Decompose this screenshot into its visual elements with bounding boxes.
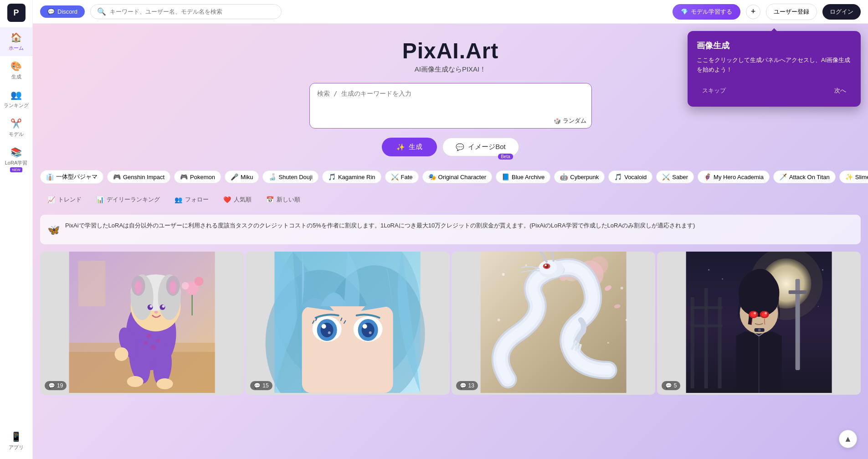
image-card-1[interactable]: 💬 19 <box>40 252 244 395</box>
svg-rect-78 <box>690 325 722 327</box>
svg-rect-31 <box>78 261 106 306</box>
tooltip-actions: スキップ 次へ <box>697 84 852 98</box>
scroll-top-button[interactable]: ▲ <box>839 430 857 448</box>
model-learning-button[interactable]: 💎 モデル学習する <box>673 4 740 20</box>
plus-button[interactable]: + <box>746 5 760 19</box>
new-badge: NEW <box>10 167 22 172</box>
tag-slime[interactable]: ✨ Slime <box>839 170 868 183</box>
svg-point-21 <box>169 281 177 294</box>
tooltip-next-button[interactable]: 次へ <box>829 84 852 98</box>
tag-pokemon[interactable]: 🎮 Pokemon <box>174 170 221 183</box>
lora-icon: 📚 <box>10 147 22 158</box>
svg-point-20 <box>135 281 142 294</box>
tooltip-description: ここをクリックして生成パネルへアクセスし、AI画像生成を始めよう！ <box>697 56 852 75</box>
home-icon: 🏠 <box>10 32 22 43</box>
sidebar-item-home[interactable]: 🏠 ホーム <box>0 27 32 56</box>
svg-point-25 <box>162 305 165 308</box>
shuten-icon: 🍶 <box>268 173 276 181</box>
svg-point-91 <box>708 269 709 271</box>
main-content: 💬 Discord 🔍 💎 モデル学習する + ユーザー登録 ログイン 画像生成… <box>33 0 868 459</box>
tag-vocaloid[interactable]: 🎵 Vocaloid <box>608 170 652 183</box>
trend-icon: 📈 <box>47 196 55 203</box>
cyberpunk-icon: 🤖 <box>560 173 568 181</box>
comment-badge-3: 💬 13 <box>456 381 478 390</box>
follow-icon: 👥 <box>175 196 182 203</box>
fate-icon: ⚔️ <box>391 173 399 181</box>
slime-icon: ✨ <box>845 173 853 181</box>
random-button[interactable]: 🎲 ランダム <box>554 117 586 125</box>
svg-rect-74 <box>690 297 694 388</box>
search-icon: 🔍 <box>97 7 106 16</box>
tab-daily[interactable]: 📊 デイリーランキング <box>89 192 167 207</box>
tag-saber[interactable]: ⚔️ Saber <box>656 170 694 183</box>
info-text: PixAiで学習したLoRAは自分以外のユーザーに利用される度該当タスクのクレジ… <box>65 221 695 231</box>
image-card-4[interactable]: 💬 5 <box>657 252 861 395</box>
login-button[interactable]: ログイン <box>822 4 861 20</box>
tab-follow[interactable]: 👥 フォロー <box>167 192 216 207</box>
tooltip-skip-button[interactable]: スキップ <box>697 84 731 98</box>
tag-attackon[interactable]: 🗡️ Attack On Titan <box>773 170 836 183</box>
svg-point-10 <box>127 376 144 387</box>
tag-shuten[interactable]: 🍶 Shuten Douji <box>262 170 318 183</box>
ranking-icon: 👥 <box>10 89 22 100</box>
search-input[interactable] <box>110 8 275 15</box>
comment-badge-1: 💬 19 <box>45 381 67 390</box>
comment-count-2: 15 <box>262 382 268 389</box>
sidebar-label-lora: LoRA学習 <box>5 160 28 166</box>
generate-button[interactable]: ✨ 生成 <box>382 138 437 156</box>
svg-rect-75 <box>704 288 708 388</box>
saber-icon: ⚔️ <box>662 173 670 181</box>
svg-rect-36 <box>302 306 393 393</box>
svg-point-66 <box>525 264 527 266</box>
sidebar-label-model: モデル <box>9 131 24 138</box>
pokemon-icon: 🎮 <box>180 173 188 181</box>
tag-kagamine[interactable]: 🎵 Kagamine Rin <box>322 170 381 183</box>
popular-icon: ❤️ <box>223 196 231 203</box>
tag-genshin[interactable]: 🎮 Genshin Impact <box>107 170 170 183</box>
svg-point-5 <box>182 282 189 289</box>
tag-miku[interactable]: 🎤 Miku <box>225 170 259 183</box>
logo-letter: P <box>13 8 19 18</box>
tab-trend[interactable]: 📈 トレンド <box>40 192 89 207</box>
prompt-input[interactable] <box>309 83 592 129</box>
tab-popular[interactable]: ❤️ 人気順 <box>216 192 259 207</box>
svg-point-68 <box>607 342 609 344</box>
new-icon: 📅 <box>266 196 274 203</box>
tag-pajama[interactable]: 👔 一体型パジャマ <box>40 170 103 184</box>
svg-point-46 <box>369 331 372 334</box>
image-card-2[interactable]: 💬 15 <box>246 252 449 395</box>
tab-new[interactable]: 📅 新しい順 <box>259 192 308 207</box>
svg-point-94 <box>817 306 818 307</box>
svg-point-87 <box>754 312 756 315</box>
app-title: PixAI.Art <box>402 38 499 63</box>
tag-fate[interactable]: ⚔️ Fate <box>385 170 419 183</box>
tag-cyberpunk[interactable]: 🤖 Cyberpunk <box>554 170 605 183</box>
svg-point-11 <box>157 378 173 389</box>
svg-point-93 <box>822 269 823 271</box>
sidebar: P 🏠 ホーム 🎨 生成 👥 ランキング ✂️ モデル 📚 LoRA学習 NEW… <box>0 0 33 459</box>
comment-count-1: 19 <box>57 382 63 389</box>
svg-point-69 <box>497 319 500 321</box>
image-card-3[interactable]: 💬 13 <box>452 252 655 395</box>
svg-point-4 <box>195 277 204 286</box>
imagebot-button[interactable]: 💬 イメージBot Beta <box>442 138 519 156</box>
tag-original[interactable]: 🎭 Original Character <box>422 170 493 183</box>
tag-myhero[interactable]: 🦸 My Hero Academia <box>698 170 770 183</box>
comment-badge-4: 💬 5 <box>662 381 681 390</box>
sidebar-item-generate[interactable]: 🎨 生成 <box>0 56 32 85</box>
register-button[interactable]: ユーザー登録 <box>766 4 817 20</box>
tag-bluearchive[interactable]: 📘 Blue Archive <box>496 170 550 183</box>
sidebar-item-app[interactable]: 📱 アプリ <box>0 427 32 455</box>
sidebar-item-ranking[interactable]: 👥 ランキング <box>0 85 32 113</box>
bluearchive-icon: 📘 <box>502 173 509 181</box>
svg-point-64 <box>544 264 546 266</box>
image-grid: 💬 19 <box>33 248 868 402</box>
discord-button[interactable]: 💬 Discord <box>40 5 85 18</box>
svg-point-24 <box>150 305 153 308</box>
generate-icon: 🎨 <box>10 61 22 72</box>
prompt-container: 🎲 ランダム <box>309 83 592 130</box>
sidebar-label-generate: 生成 <box>11 73 21 80</box>
sidebar-item-lora[interactable]: 📚 LoRA学習 NEW <box>0 142 32 177</box>
svg-point-96 <box>758 329 760 331</box>
sidebar-item-model[interactable]: ✂️ モデル <box>0 113 32 142</box>
